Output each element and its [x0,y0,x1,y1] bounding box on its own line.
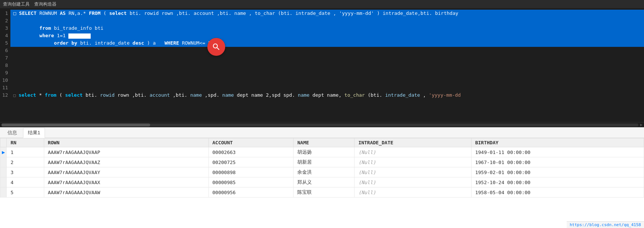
cell-intrade_date: (Null) [355,147,471,157]
data-table-wrapper[interactable]: RN ROWN ACCOUNT NAME INTRADE_DATE BIRTHD… [0,138,644,228]
cell-intrade_date: (Null) [355,177,471,187]
code-content[interactable]: □ SELECT ROWNUM AS RN,a.* FROM ( select … [10,8,644,122]
cell-rown: AAAW7rAAGAAAJQVAAZ [44,157,208,167]
row-indicator [0,177,7,187]
code-line-1: □ SELECT ROWNUM AS RN,a.* FROM ( select … [10,10,644,17]
results-panel: 信息 结果1 RN ROWN ACCOUNT NAME INTRADE_DATE… [0,127,644,228]
horizontal-scrollbar[interactable]: ▶ [0,122,644,127]
cell-name: 余金洪 [294,167,355,177]
cell-rn: 1 [7,147,44,157]
line-numbers: 1 2 3 4 5 6 7 8 9 10 11 12 [0,8,10,122]
cell-birthday: 1958-05-04 00:00:00 [471,187,644,198]
cell-rown: AAAW7rAAGAAAJQVAAX [44,177,208,187]
toolbar-item-query-creator[interactable]: 查询创建工具 [3,1,30,7]
toolbar: 查询创建工具 查询构造器 [0,0,644,8]
code-line-5: order by bti. intrade_date desc ) a WHER… [10,39,644,47]
search-fab-button[interactable] [207,38,225,56]
code-line-12: □ select * from ( select bti. rowid rown… [10,91,644,99]
table-row: 4AAAW7rAAGAAAJQVAAX00000985郑从义(Null)1952… [0,177,644,187]
table-row: ▶1AAAW7rAAGAAAJQVAAP00002663胡远扬(Null)194… [0,147,644,157]
tab-result1[interactable]: 结果1 [23,128,45,138]
results-tabs: 信息 结果1 [0,128,644,138]
cell-rown: AAAW7rAAGAAAJQVAAP [44,147,208,157]
row-indicator [0,167,7,177]
code-line-9 [10,69,644,77]
cell-name: 陈宝联 [294,187,355,198]
table-row: 5AAAW7rAAGAAAJQVAAW00000956陈宝联(Null)1958… [0,187,644,198]
cell-birthday: 1967-10-01 00:00:00 [471,157,644,167]
code-line-3: from bi_trade_info bti [10,25,644,32]
cell-intrade_date: (Null) [355,167,471,177]
cell-birthday: 1952-10-24 00:00:00 [471,177,644,187]
col-name: NAME [294,138,355,147]
tab-info[interactable]: 信息 [3,128,22,138]
code-line-10 [10,77,644,84]
col-indicator [0,138,7,147]
table-header-row: RN ROWN ACCOUNT NAME INTRADE_DATE BIRTHD… [0,138,644,147]
cell-account: 00000985 [208,177,294,187]
code-line-7 [10,54,644,62]
col-account: ACCOUNT [208,138,294,147]
scrollbar-thumb[interactable] [1,123,150,126]
cell-intrade_date: (Null) [355,187,471,198]
code-line-2 [10,17,644,25]
cell-rn: 3 [7,167,44,177]
col-intrade-date: INTRADE_DATE [355,138,471,147]
cell-birthday: 1959-02-01 00:00:00 [471,167,644,177]
code-line-11 [10,84,644,91]
code-line-6 [10,47,644,54]
row-indicator: ▶ [0,147,7,157]
toolbar-item-query-builder[interactable]: 查询构造器 [34,1,56,7]
code-line-4: where 1=1 [10,32,644,39]
col-birthday: BIRTHDAY [471,138,644,147]
cell-account: 00002663 [208,147,294,157]
col-rown: ROWN [44,138,208,147]
cell-rn: 5 [7,187,44,198]
cell-account: 00200725 [208,157,294,167]
results-table: RN ROWN ACCOUNT NAME INTRADE_DATE BIRTHD… [0,138,644,198]
cell-rown: AAAW7rAAGAAAJQVAAW [44,187,208,198]
sql-editor[interactable]: 1 2 3 4 5 6 7 8 9 10 11 12 □ SELECT ROWN… [0,8,644,127]
status-bar: https://blog.csdn.net/qq_4158 [567,221,644,228]
cell-name: 胡远扬 [294,147,355,157]
cell-rown: AAAW7rAAGAAAJQVAAY [44,167,208,177]
row-indicator [0,157,7,167]
cell-rn: 4 [7,177,44,187]
cell-name: 胡新居 [294,157,355,167]
cell-name: 郑从义 [294,177,355,187]
cell-birthday: 1949-01-11 00:00:00 [471,147,644,157]
cell-account: 00000956 [208,187,294,198]
scrollbar-track[interactable] [1,123,638,126]
cell-account: 00000898 [208,167,294,177]
code-line-8 [10,62,644,69]
cell-rn: 2 [7,157,44,167]
table-row: 2AAAW7rAAGAAAJQVAAZ00200725胡新居(Null)1967… [0,157,644,167]
col-rn: RN [7,138,44,147]
row-indicator [0,187,7,198]
table-row: 3AAAW7rAAGAAAJQVAAY00000898余金洪(Null)1959… [0,167,644,177]
cell-intrade_date: (Null) [355,157,471,167]
